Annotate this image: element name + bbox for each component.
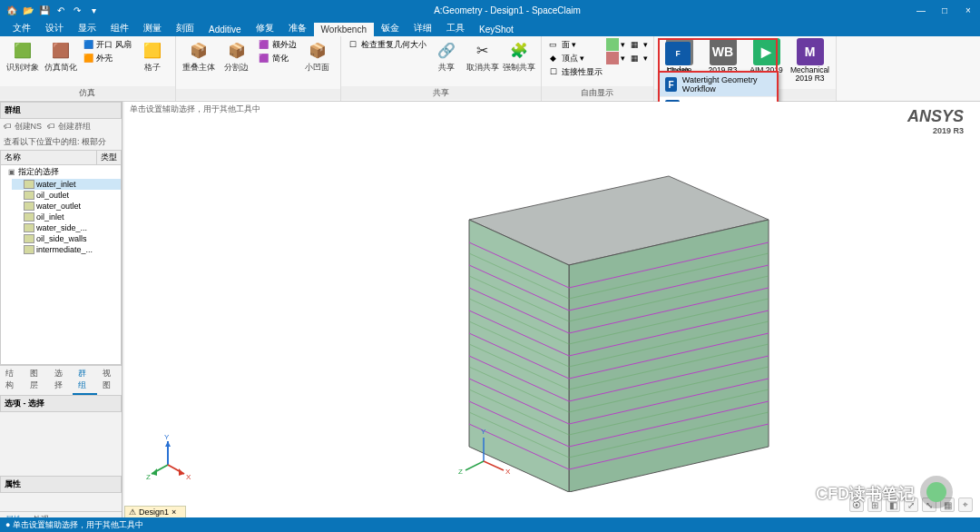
ns-icon — [24, 191, 34, 200]
titlebar: 🏠 📂 💾 ↶ ↷ ▾ A:Geometry - Design1 - Space… — [0, 0, 980, 20]
tab-file[interactable]: 文件 — [5, 20, 38, 36]
ribbon: 🟩识别对象 🟫仿真简化 🟦开口 风扇 🟧外壳 🟨格子 仿真 📦重叠主体 📦分割边… — [0, 36, 980, 102]
view-triad[interactable]: Y Z X — [144, 434, 191, 481]
conn-row[interactable]: ☐连接性显示 — [547, 65, 603, 78]
dropdown-icon: ▾ — [643, 40, 648, 49]
mech2019-button[interactable]: MMechanical 2019 R3 — [790, 38, 830, 83]
vertex-row[interactable]: ◆顶点▾ — [547, 52, 603, 64]
lefttab-layers[interactable]: 图层 — [24, 366, 49, 395]
group-label: 自由显示 — [542, 86, 653, 100]
groups-tree[interactable]: 名称类型 ▣指定的选择 water_inlet oil_outlet water… — [0, 150, 122, 365]
qat-icon[interactable]: 🏠 — [5, 4, 18, 16]
close-button[interactable]: × — [956, 0, 980, 20]
tree-item[interactable]: intermediate_... — [12, 244, 121, 255]
hatch-row2[interactable]: ▦▾ — [629, 52, 648, 64]
svg-text:Z: Z — [146, 473, 151, 481]
enclosure-button[interactable]: 🟧外壳 — [82, 52, 132, 64]
tree-root[interactable]: ▣指定的选择 — [6, 165, 121, 179]
tree-item[interactable]: water_inlet — [12, 179, 121, 190]
splitedge-icon: 📦 — [226, 40, 248, 62]
maximize-button[interactable]: □ — [933, 0, 956, 20]
recognize-button[interactable]: 🟩识别对象 — [5, 38, 40, 73]
edge-icon: 🟪 — [258, 38, 270, 51]
simplify-button[interactable]: 🟪简化 — [258, 52, 297, 64]
watermark-text: CFD读书笔记 — [816, 483, 915, 505]
overlap-icon: 📦 — [188, 40, 210, 62]
tree-item[interactable]: water_side_... — [12, 222, 121, 233]
close-icon[interactable]: × — [172, 507, 176, 517]
color-row2[interactable]: ▾ — [606, 52, 625, 64]
tab-sheetmetal[interactable]: 钣金 — [374, 20, 407, 36]
vertex-icon: ◆ — [547, 52, 560, 64]
svg-marker-48 — [179, 468, 184, 476]
tab-component[interactable]: 组件 — [103, 20, 136, 36]
svg-text:Y: Y — [164, 434, 170, 441]
tab-workbench[interactable]: Workbench — [314, 23, 374, 36]
qat-more-icon[interactable]: ▾ — [87, 4, 100, 16]
window-title: A:Geometry - Design1 - SpaceClaim — [105, 5, 909, 15]
simplify-sim-button[interactable]: 🟫仿真简化 — [44, 38, 78, 73]
overlap-button[interactable]: 📦重叠主体 — [181, 38, 216, 73]
qat-undo-icon[interactable]: ↶ — [54, 4, 67, 16]
unshare-button[interactable]: ✂取消共享 — [466, 38, 499, 73]
tab-measure[interactable]: 测量 — [136, 20, 169, 36]
svg-text:Y: Y — [481, 428, 486, 436]
tree-item[interactable]: oil_inlet — [12, 212, 121, 222]
quick-access-toolbar: 🏠 📂 💾 ↶ ↷ ▾ — [0, 4, 105, 16]
ns-icon — [24, 234, 34, 243]
ns-icon — [24, 245, 34, 254]
lefttab-views[interactable]: 视图 — [97, 366, 122, 395]
tab-tools[interactable]: 工具 — [439, 20, 472, 36]
tab-additive[interactable]: Additive — [201, 23, 249, 36]
create-ns-button[interactable]: 🏷 创建NS — [4, 121, 42, 133]
swatch-icon — [606, 38, 619, 51]
tab-prepare[interactable]: 准备 — [281, 20, 314, 36]
lefttab-groups[interactable]: 群组 — [73, 366, 97, 395]
ribbon-group-sim: 🟩识别对象 🟫仿真简化 🟦开口 风扇 🟧外壳 🟨格子 仿真 — [0, 36, 176, 101]
hatch-row1[interactable]: ▦▾ — [629, 38, 648, 51]
model-block: Y Z X — [378, 138, 805, 492]
simplify-icon: 🟪 — [258, 52, 270, 64]
tab-detail[interactable]: 详细 — [407, 20, 439, 36]
lattice-button[interactable]: 🟨格子 — [135, 38, 170, 73]
checkbox-icon: ☐ — [547, 65, 560, 78]
smallconcave-button[interactable]: 📦小凹面 — [300, 38, 335, 73]
qat-redo-icon[interactable]: ↷ — [71, 4, 83, 16]
tab-repair[interactable]: 修复 — [249, 20, 281, 36]
check-dup-checkbox[interactable]: ☐检查重复几何大小 — [347, 38, 426, 51]
share-icon: 🔗 — [436, 40, 457, 62]
lefttab-structure[interactable]: 结构 — [0, 366, 24, 395]
qat-open-icon[interactable]: 📂 — [22, 4, 34, 16]
share-button[interactable]: 🔗共享 — [430, 38, 463, 73]
tree-item[interactable]: oil_outlet — [12, 190, 121, 201]
splitedge-button[interactable]: 📦分割边 — [220, 38, 254, 73]
tab-keyshot[interactable]: KeyShot — [472, 23, 521, 36]
minimize-button[interactable]: — — [909, 0, 933, 20]
tab-design[interactable]: 设计 — [38, 20, 71, 36]
viewport[interactable]: 单击设置辅助选择，用于其他工具中 ANSYS2019 R3 — [124, 102, 980, 517]
tree-item[interactable]: water_outlet — [12, 201, 121, 212]
document-tab[interactable]: ⚠Design1 × — [124, 506, 186, 518]
ribbon-group-display: ▭面▾ ◆顶点▾ ☐连接性显示 ▾ ▾ ▦▾ ▦▾ 自由显示 — [542, 36, 654, 101]
doc-icon: ⚠ — [129, 507, 136, 517]
opening-button[interactable]: 🟦开口 风扇 — [82, 38, 132, 51]
svg-line-38 — [466, 461, 484, 470]
dropdown-icon: ▾ — [572, 40, 576, 49]
lefttab-select[interactable]: 选择 — [49, 366, 74, 395]
dropdown-icon: ▾ — [621, 54, 625, 63]
group-label: 仿真 — [0, 86, 175, 100]
group-label — [176, 89, 340, 100]
color-row1[interactable]: ▾ — [606, 38, 625, 51]
tab-facet[interactable]: 刻面 — [169, 20, 201, 36]
fluent-menu-watertight[interactable]: FWatertight Geometry Workflow — [660, 73, 777, 97]
qat-save-icon[interactable]: 💾 — [38, 4, 51, 16]
face-row[interactable]: ▭面▾ — [547, 38, 603, 51]
forceshare-icon: 🧩 — [508, 40, 530, 62]
nav-target-icon[interactable]: ⌖ — [958, 498, 973, 512]
fluent-icon: F — [665, 42, 691, 65]
tab-display[interactable]: 显示 — [71, 20, 103, 36]
forceshare-button[interactable]: 🧩强制共享 — [503, 38, 535, 73]
tree-item[interactable]: oil_side_walls — [12, 233, 121, 244]
extraedge-button[interactable]: 🟪额外边 — [258, 38, 297, 51]
create-group-button[interactable]: 🏷 创建群组 — [47, 121, 91, 133]
